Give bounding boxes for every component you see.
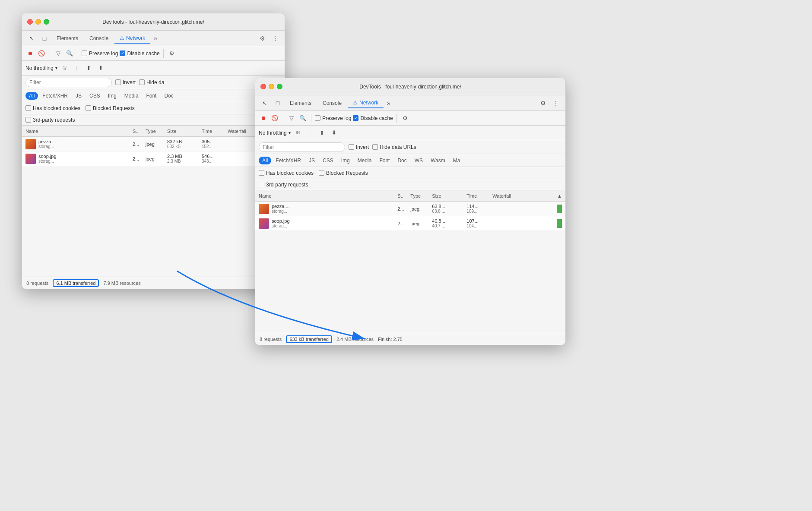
hide-data-option-front[interactable]: Hide data URLs <box>372 144 416 150</box>
type-ws-front[interactable]: WS <box>411 157 426 164</box>
type-media-back[interactable]: Media <box>121 92 142 100</box>
tab-console-front[interactable]: Console <box>317 98 347 108</box>
type-css-front[interactable]: CSS <box>319 157 337 164</box>
more-icon-back[interactable]: ⋮ <box>269 32 281 44</box>
cursor-icon-front[interactable]: ↖ <box>259 97 271 109</box>
maximize-button-front[interactable] <box>277 84 282 89</box>
disable-cache-back[interactable]: ✓ Disable cache <box>120 50 159 57</box>
col-header-type-front[interactable]: Type <box>410 193 432 199</box>
third-party-checkbox-back[interactable] <box>25 117 31 123</box>
blocked-requests-back[interactable]: Blocked Requests <box>86 105 135 111</box>
type-js-front[interactable]: JS <box>305 157 318 164</box>
type-css-back[interactable]: CSS <box>86 92 104 100</box>
invert-checkbox-front[interactable] <box>349 144 354 150</box>
disable-cache-checkbox-front[interactable]: ✓ <box>353 115 358 121</box>
type-font-back[interactable]: Font <box>143 92 160 100</box>
throttle-select-back[interactable]: No throttling ▾ <box>25 65 57 71</box>
col-header-name-front[interactable]: Name <box>259 193 397 199</box>
col-header-time-front[interactable]: Time <box>466 193 492 199</box>
third-party-front[interactable]: 3rd-party requests <box>259 182 308 188</box>
disable-cache-checkbox-back[interactable]: ✓ <box>120 50 125 56</box>
type-img-front[interactable]: Img <box>338 157 353 164</box>
third-party-checkbox-front[interactable] <box>259 182 264 187</box>
more-icon-front[interactable]: ⋮ <box>550 97 562 109</box>
disable-cache-front[interactable]: ✓ Disable cache <box>353 115 393 121</box>
close-button-front[interactable] <box>260 84 266 89</box>
type-wasm-front[interactable]: Wasm <box>427 157 449 164</box>
tab-network-front[interactable]: ⚠ Network <box>348 98 384 108</box>
preserve-log-checkbox-back[interactable] <box>82 50 87 56</box>
third-party-back[interactable]: 3rd-party requests <box>25 117 75 123</box>
blocked-requests-checkbox-front[interactable] <box>319 170 324 176</box>
has-blocked-checkbox-back[interactable] <box>25 105 31 111</box>
invert-option-back[interactable]: Invert <box>115 79 136 85</box>
throttle-select-front[interactable]: No throttling ▾ <box>259 130 291 136</box>
preserve-log-front[interactable]: Preserve log <box>315 115 351 121</box>
col-header-time-back[interactable]: Time <box>202 129 228 134</box>
type-doc-back[interactable]: Doc <box>161 92 177 100</box>
tab-console-back[interactable]: Console <box>84 34 114 43</box>
type-js-back[interactable]: JS <box>72 92 85 100</box>
col-header-type-back[interactable]: Type <box>146 129 167 134</box>
preserve-log-checkbox-front[interactable] <box>315 115 320 121</box>
wifi-icon-front[interactable]: ≋ <box>293 128 303 138</box>
col-header-s-back[interactable]: S.. <box>133 129 146 134</box>
gear-icon-back[interactable]: ⚙ <box>256 32 268 44</box>
table-row[interactable]: pezza.... storag... 2... jpeg 832 kB 832… <box>22 137 285 151</box>
col-header-name-back[interactable]: Name <box>25 129 133 134</box>
tab-more-front[interactable]: » <box>384 98 393 108</box>
tab-network-back[interactable]: ⚠ Network <box>114 33 150 44</box>
filter-input-front[interactable] <box>259 142 345 152</box>
gear-icon-front[interactable]: ⚙ <box>537 97 549 109</box>
tab-more-back[interactable]: » <box>151 33 160 44</box>
upload-icon-back[interactable]: ⬆ <box>84 63 94 73</box>
table-row[interactable]: soop.jpg storag... 2... jpeg 40.8 ... 40… <box>255 216 565 231</box>
type-xhr-back[interactable]: Fetch/XHR <box>39 92 71 100</box>
download-icon-front[interactable]: ⬇ <box>330 128 339 138</box>
search-icon-front[interactable]: 🔍 <box>298 114 308 123</box>
gear-settings-front[interactable]: ⚙ <box>400 114 410 123</box>
wifi-icon-back[interactable]: ≋ <box>60 63 70 73</box>
col-header-size-front[interactable]: Size <box>432 193 466 199</box>
minimize-button-front[interactable] <box>269 84 274 89</box>
table-row[interactable]: pezza.... storag... 2... jpeg 63.8 ... 6… <box>255 202 565 216</box>
col-header-s-front[interactable]: S.. <box>397 193 410 199</box>
col-header-size-back[interactable]: Size <box>167 129 202 134</box>
type-font-front[interactable]: Font <box>376 157 393 164</box>
sort-asc-icon-front[interactable]: ▲ <box>557 193 562 199</box>
type-ma-front[interactable]: Ma <box>450 157 464 164</box>
record-button-front[interactable]: ⏺ <box>259 114 268 123</box>
blocked-requests-front[interactable]: Blocked Requests <box>319 170 368 176</box>
stop-button-front[interactable]: 🚫 <box>270 114 279 123</box>
cursor-icon-back[interactable]: ↖ <box>25 32 38 44</box>
hide-data-option-back[interactable]: Hide da <box>139 79 164 85</box>
filter-icon-back[interactable]: ▽ <box>54 49 63 58</box>
inspect-icon-back[interactable]: □ <box>38 32 51 44</box>
has-blocked-checkbox-front[interactable] <box>259 170 264 176</box>
tab-elements-back[interactable]: Elements <box>51 34 83 43</box>
invert-checkbox-back[interactable] <box>115 79 121 85</box>
search-icon-back[interactable]: 🔍 <box>65 49 74 58</box>
type-xhr-front[interactable]: Fetch/XHR <box>272 157 304 164</box>
minimize-button-back[interactable] <box>35 19 41 25</box>
preserve-log-back[interactable]: Preserve log <box>82 50 118 57</box>
hide-data-checkbox-front[interactable] <box>372 144 378 150</box>
type-img-back[interactable]: Img <box>105 92 120 100</box>
filter-icon-front[interactable]: ▽ <box>287 114 296 123</box>
col-header-waterfall-front[interactable]: Waterfall ▲ <box>492 193 562 199</box>
gear-settings-back[interactable]: ⚙ <box>167 49 177 58</box>
download-icon-back[interactable]: ⬇ <box>96 63 106 73</box>
type-all-front[interactable]: All <box>259 157 271 164</box>
upload-icon-front[interactable]: ⬆ <box>317 128 327 138</box>
blocked-requests-checkbox-back[interactable] <box>86 105 91 111</box>
close-button-back[interactable] <box>27 19 33 25</box>
type-media-front[interactable]: Media <box>354 157 375 164</box>
stop-button-back[interactable]: 🚫 <box>37 49 46 58</box>
tab-elements-front[interactable]: Elements <box>285 98 317 108</box>
record-button-back[interactable]: ⏺ <box>25 49 35 58</box>
has-blocked-front[interactable]: Has blocked cookies <box>259 170 314 176</box>
type-all-back[interactable]: All <box>25 92 38 100</box>
maximize-button-back[interactable] <box>44 19 49 25</box>
table-row[interactable]: soop.jpg storag... 2... jpeg 2.3 MB 2.3 … <box>22 151 285 166</box>
hide-data-checkbox-back[interactable] <box>139 79 145 85</box>
